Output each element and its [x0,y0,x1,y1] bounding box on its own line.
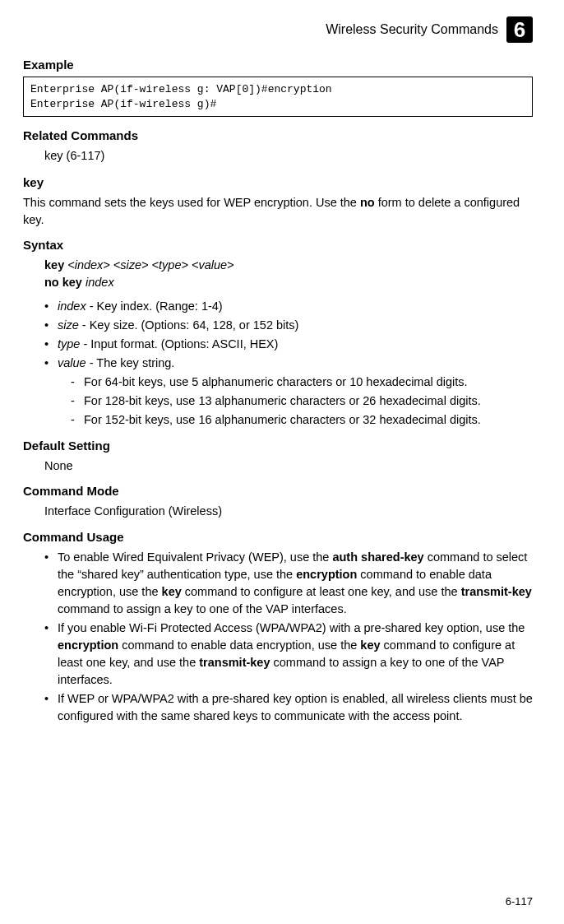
usage-text: If you enable Wi-Fi Protected Access (WP… [58,621,525,634]
syntax-args-1: <index> <size> <type> <value> [64,258,233,272]
heading-command-usage: Command Usage [23,530,533,544]
key-description: This command sets the keys used for WEP … [23,194,533,228]
syntax-params-list: index - Key index. (Range: 1-4) size - K… [23,298,533,429]
param-index: index - Key index. (Range: 1-4) [44,298,533,315]
syntax-cmd-no-key: no key [44,276,82,289]
param-desc: - Input format. (Options: ASCII, HEX) [80,337,278,351]
usage-text: If WEP or WPA/WPA2 with a pre-shared key… [58,692,533,722]
param-name: type [58,337,80,351]
default-setting-text: None [44,457,533,474]
usage-text: command to configure at least one key, a… [182,585,461,598]
param-desc: - Key size. (Options: 64, 128, or 152 bi… [79,318,299,332]
command-usage-list: To enable Wired Equivalent Privacy (WEP)… [23,549,533,725]
usage-text: To enable Wired Equivalent Privacy (WEP)… [58,550,332,564]
param-value-sublist: For 64-bit keys, use 5 alphanumeric char… [58,374,533,429]
sub-128bit: For 128-bit keys, use 13 alphanumeric ch… [71,392,533,410]
page-header: Wireless Security Commands 6 [23,16,533,43]
code-block-example: Enterprise AP(if-wireless g: VAP[0])#enc… [23,77,533,117]
usage-bold: auth shared-key [332,550,423,564]
heading-syntax: Syntax [23,238,533,252]
usage-bold: encryption [296,568,357,581]
heading-default-setting: Default Setting [23,439,533,453]
usage-bold: key [360,638,380,652]
param-type: type - Input format. (Options: ASCII, HE… [44,336,533,353]
page-footer: 6-117 [506,895,533,908]
usage-bold: transmit-key [199,656,270,669]
param-name: index [58,299,86,313]
usage-bold: encryption [58,638,118,652]
usage-item-3: If WEP or WPA/WPA2 with a pre-shared key… [44,690,533,725]
usage-item-1: To enable Wired Equivalent Privacy (WEP)… [44,549,533,618]
param-desc: - Key index. (Range: 1-4) [86,299,223,313]
command-mode-text: Interface Configuration (Wireless) [44,503,533,519]
heading-related-commands: Related Commands [23,128,533,142]
syntax-line-1: key <index> <size> <type> <value> [44,257,533,274]
related-command-text: key (6-117) [44,147,533,164]
param-value: value - The key string. For 64-bit keys,… [44,355,533,429]
chapter-number-box: 6 [506,16,533,43]
param-desc: - The key string. [86,356,175,369]
usage-text: command to enable data encryption, use t… [118,638,360,652]
usage-text: command to assign a key to one of the VA… [58,602,347,615]
sub-64bit: For 64-bit keys, use 5 alphanumeric char… [71,374,533,391]
heading-command-mode: Command Mode [23,484,533,498]
usage-bold: key [162,585,182,598]
syntax-args-2: index [82,276,114,289]
header-title: Wireless Security Commands [326,22,498,37]
param-name: size [58,318,79,332]
usage-bold: transmit-key [461,585,532,598]
page: Wireless Security Commands 6 Example Ent… [0,0,564,924]
param-name: value [58,356,86,369]
key-desc-pre: This command sets the keys used for WEP … [23,196,360,209]
usage-item-2: If you enable Wi-Fi Protected Access (WP… [44,620,533,689]
param-size: size - Key size. (Options: 64, 128, or 1… [44,317,533,334]
syntax-cmd-key: key [44,258,64,272]
heading-example: Example [23,58,533,72]
syntax-line-2: no key index [44,274,533,291]
sub-152bit: For 152-bit keys, use 16 alphanumeric ch… [71,411,533,429]
key-desc-bold: no [360,196,375,209]
heading-key: key [23,175,533,189]
